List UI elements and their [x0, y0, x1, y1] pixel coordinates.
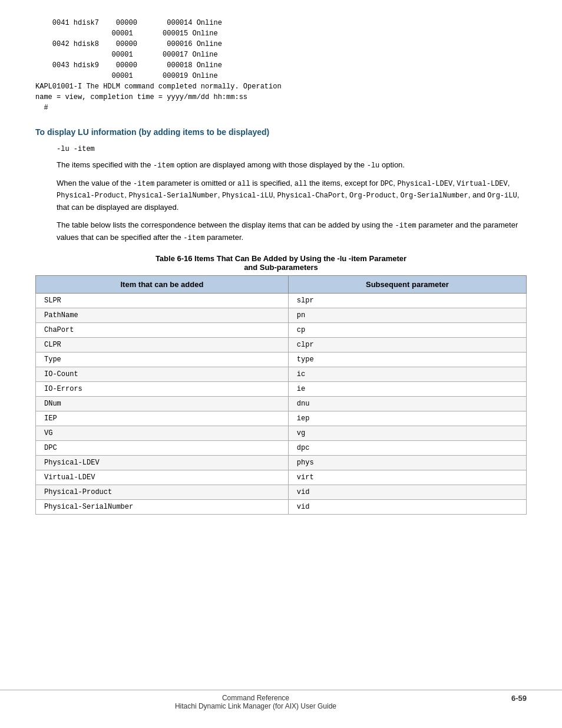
- page-footer: 6-59 Command Reference Hitachi Dynamic L…: [0, 690, 562, 710]
- param-cell: vg: [288, 426, 526, 441]
- param-cell: vid: [288, 500, 526, 515]
- item-name-cell: SLPR: [36, 294, 289, 308]
- footer-sub: Hitachi Dynamic Link Manager (for AIX) U…: [0, 702, 562, 710]
- table-row: Typetype: [36, 353, 527, 367]
- paragraph-2: When the value of the -item parameter is…: [57, 177, 527, 213]
- item-name-cell: Physical-Product: [36, 485, 289, 500]
- table-row: ChaPortcp: [36, 323, 527, 338]
- items-table: Item that can be added Subsequent parame…: [35, 275, 527, 515]
- table-row: DPCdpc: [36, 441, 527, 456]
- param-cell: phys: [288, 456, 526, 470]
- param-cell: cp: [288, 323, 526, 338]
- table-caption: Table 6-16 Items That Can Be Added by Us…: [35, 254, 527, 272]
- table-row: Virtual-LDEVvirt: [36, 470, 527, 485]
- table-row: IEPiep: [36, 411, 527, 426]
- item-name-cell: CLPR: [36, 338, 289, 353]
- item-name-cell: IO-Count: [36, 367, 289, 382]
- item-name-cell: Type: [36, 353, 289, 367]
- param-cell: slpr: [288, 294, 526, 308]
- table-row: SLPRslpr: [36, 294, 527, 308]
- item-name-cell: VG: [36, 426, 289, 441]
- top-code-block: 0041 hdisk7 00000 000014 Online 00001 00…: [35, 18, 527, 113]
- table-row: Physical-SerialNumbervid: [36, 500, 527, 515]
- item-name-cell: ChaPort: [36, 323, 289, 338]
- table-row: IO-Countic: [36, 367, 527, 382]
- table-row: VGvg: [36, 426, 527, 441]
- item-name-cell: Virtual-LDEV: [36, 470, 289, 485]
- table-row: DNumdnu: [36, 397, 527, 411]
- table-row: Physical-Productvid: [36, 485, 527, 500]
- item-name-cell: Physical-SerialNumber: [36, 500, 289, 515]
- table-row: Physical-LDEVphys: [36, 456, 527, 470]
- param-cell: virt: [288, 470, 526, 485]
- param-cell: iep: [288, 411, 526, 426]
- paragraph-1: The items specified with the -item optio…: [57, 159, 527, 172]
- table-row: PathNamepn: [36, 308, 527, 323]
- command-line: -lu -item: [35, 145, 527, 153]
- param-cell: dnu: [288, 397, 526, 411]
- param-cell: ic: [288, 367, 526, 382]
- footer-center: Command Reference: [0, 694, 562, 702]
- item-name-cell: IEP: [36, 411, 289, 426]
- paragraph-3: The table below lists the correspondence…: [57, 219, 527, 243]
- item-name-cell: IO-Errors: [36, 382, 289, 397]
- page-number: 6-59: [511, 694, 562, 703]
- item-name-cell: PathName: [36, 308, 289, 323]
- param-cell: ie: [288, 382, 526, 397]
- col-header-item: Item that can be added: [36, 276, 289, 294]
- col-header-param: Subsequent parameter: [288, 276, 526, 294]
- param-cell: clpr: [288, 338, 526, 353]
- section-heading: To display LU information (by adding ite…: [35, 127, 527, 137]
- param-cell: vid: [288, 485, 526, 500]
- param-cell: pn: [288, 308, 526, 323]
- table-row: IO-Errorsie: [36, 382, 527, 397]
- item-name-cell: DPC: [36, 441, 289, 456]
- param-cell: type: [288, 353, 526, 367]
- item-name-cell: DNum: [36, 397, 289, 411]
- param-cell: dpc: [288, 441, 526, 456]
- item-name-cell: Physical-LDEV: [36, 456, 289, 470]
- table-row: CLPRclpr: [36, 338, 527, 353]
